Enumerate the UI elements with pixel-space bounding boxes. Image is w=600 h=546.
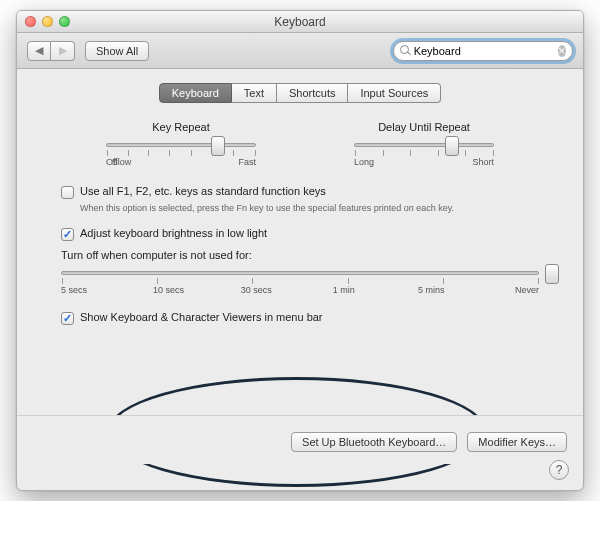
key-repeat-track[interactable] xyxy=(106,143,256,147)
turnoff-label: Turn off when computer is not used for: xyxy=(61,249,539,261)
footer-buttons: Set Up Bluetooth Keyboard… Modifier Keys… xyxy=(17,415,583,464)
show-all-button[interactable]: Show All xyxy=(85,41,149,61)
slider-row: Key Repeat Off Slow Fast Delay Until Rep… xyxy=(33,121,567,167)
brightness-label: Adjust keyboard brightness in low light xyxy=(80,227,267,239)
show-viewers-checkbox[interactable] xyxy=(61,312,74,325)
titlebar: Keyboard xyxy=(17,11,583,33)
window-title: Keyboard xyxy=(17,15,583,29)
nav-buttons: ◀ ▶ xyxy=(27,41,75,61)
zoom-icon[interactable] xyxy=(59,16,70,27)
key-repeat-thumb[interactable] xyxy=(211,136,225,156)
fn-keys-row: Use all F1, F2, etc. keys as standard fu… xyxy=(61,185,539,199)
tab-keyboard[interactable]: Keyboard xyxy=(159,83,232,103)
search-icon xyxy=(400,45,408,56)
tab-text[interactable]: Text xyxy=(232,83,277,103)
help-button[interactable]: ? xyxy=(549,460,569,480)
show-viewers-label: Show Keyboard & Character Viewers in men… xyxy=(80,311,323,323)
delay-repeat-ticks: Long Short xyxy=(354,157,494,167)
delay-repeat-thumb[interactable] xyxy=(445,136,459,156)
preferences-window: Keyboard ◀ ▶ Show All ✕ Keyboard Text Sh… xyxy=(16,10,584,491)
options-section: Use all F1, F2, etc. keys as standard fu… xyxy=(33,185,567,325)
minimize-icon[interactable] xyxy=(42,16,53,27)
content-area: Keyboard Text Shortcuts Input Sources Ke… xyxy=(17,69,583,415)
forward-button[interactable]: ▶ xyxy=(51,41,75,61)
turnoff-ticks: 5 secs 10 secs 30 secs 1 min 5 mins Neve… xyxy=(61,285,539,295)
search-field[interactable]: ✕ xyxy=(393,41,573,61)
key-repeat-ticks: Off Slow Fast xyxy=(106,157,256,167)
back-button[interactable]: ◀ xyxy=(27,41,51,61)
tab-shortcuts[interactable]: Shortcuts xyxy=(277,83,348,103)
turnoff-thumb[interactable] xyxy=(545,264,559,284)
fn-keys-label: Use all F1, F2, etc. keys as standard fu… xyxy=(80,185,326,197)
turnoff-track[interactable] xyxy=(61,271,539,275)
brightness-checkbox[interactable] xyxy=(61,228,74,241)
bluetooth-keyboard-button[interactable]: Set Up Bluetooth Keyboard… xyxy=(291,432,457,452)
turnoff-section: Turn off when computer is not used for: … xyxy=(61,249,539,295)
fn-keys-checkbox[interactable] xyxy=(61,186,74,199)
tab-input-sources[interactable]: Input Sources xyxy=(348,83,441,103)
delay-repeat-slider: Delay Until Repeat Long Short xyxy=(354,121,494,167)
key-repeat-label: Key Repeat xyxy=(106,121,256,133)
clear-search-icon[interactable]: ✕ xyxy=(558,45,566,57)
window-controls xyxy=(17,16,70,27)
show-viewers-row: Show Keyboard & Character Viewers in men… xyxy=(61,311,539,325)
delay-repeat-label: Delay Until Repeat xyxy=(354,121,494,133)
delay-repeat-track[interactable] xyxy=(354,143,494,147)
key-repeat-slider: Key Repeat Off Slow Fast xyxy=(106,121,256,167)
search-input[interactable] xyxy=(412,44,554,58)
brightness-row: Adjust keyboard brightness in low light xyxy=(61,227,539,241)
modifier-keys-button[interactable]: Modifier Keys… xyxy=(467,432,567,452)
tab-bar: Keyboard Text Shortcuts Input Sources xyxy=(33,83,567,103)
fn-keys-help: When this option is selected, press the … xyxy=(80,203,539,215)
close-icon[interactable] xyxy=(25,16,36,27)
toolbar: ◀ ▶ Show All ✕ xyxy=(17,33,583,69)
footer-area: Set Up Bluetooth Keyboard… Modifier Keys… xyxy=(17,415,583,490)
